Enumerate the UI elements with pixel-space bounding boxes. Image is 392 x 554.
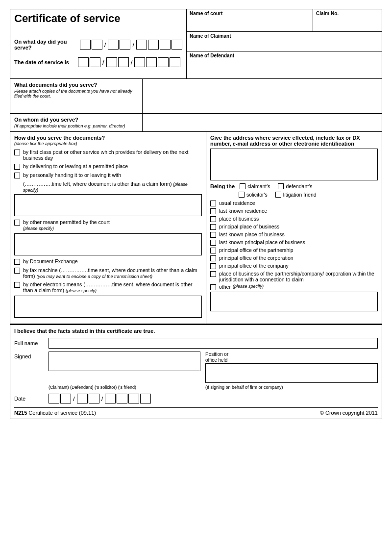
other-means-input[interactable] [14, 233, 202, 255]
electronic-input[interactable] [14, 296, 202, 318]
addr-principal-office-corporation[interactable]: principal office of the corporation [210, 255, 378, 261]
how-option-2[interactable]: by delivering to or leaving at a permitt… [14, 163, 202, 170]
whom-subtext: (If appropriate include their position e… [14, 124, 138, 128]
how-checkbox-electronic[interactable] [14, 282, 20, 288]
addr-cb-last-known-principal[interactable] [210, 240, 216, 246]
how-electronic[interactable]: by other electronic means (…………….time se… [14, 281, 202, 293]
how-checkbox-1[interactable] [14, 150, 20, 155]
claim-label: Claim No. [316, 11, 379, 16]
how-checkbox-2[interactable] [14, 164, 20, 170]
how-checkbox-doc-exchange[interactable] [14, 259, 20, 265]
slash-5: / [72, 395, 76, 403]
time-left-label: (…………….time left, where document is othe… [23, 181, 172, 187]
being-option-defendants[interactable]: defendant's [278, 183, 312, 189]
addr-principal-office-partnership[interactable]: principal office of the partnership [210, 247, 378, 253]
service-month-1[interactable] [106, 57, 117, 67]
addr-other[interactable]: other (please specify) [210, 284, 378, 290]
addr-cb-usual[interactable] [210, 201, 216, 206]
service-date-label: The date of service is [14, 59, 78, 65]
serve-month-2[interactable] [120, 40, 130, 50]
service-year-3[interactable] [158, 57, 169, 67]
service-year-4[interactable] [170, 57, 180, 67]
how-checkbox-fax[interactable] [14, 268, 20, 274]
date-day-1[interactable] [49, 394, 59, 403]
service-day-1[interactable] [78, 57, 89, 67]
how-option-1-label: by first class post or other service whi… [23, 149, 202, 161]
how-heading: How did you serve the documents? [14, 135, 202, 141]
date-year-3[interactable] [128, 394, 139, 403]
how-document-exchange[interactable]: by Document Exchange [14, 258, 202, 265]
serve-year-4[interactable] [172, 40, 182, 50]
how-option-1[interactable]: by first class post or other service whi… [14, 149, 202, 161]
how-fax[interactable]: by fax machine (…………….time sent, where d… [14, 267, 202, 279]
court-box: Name of court [187, 9, 313, 31]
signed-input[interactable] [49, 352, 200, 371]
being-option-litigation[interactable]: litigation friend [275, 192, 317, 198]
serve-date-fields: / / [80, 40, 182, 50]
being-label-solicitors: solicitor's [246, 192, 268, 198]
how-option-3[interactable]: by personally handing it to or leaving i… [14, 172, 202, 178]
slash-6: / [100, 395, 104, 403]
documents-input-area[interactable] [143, 79, 382, 113]
being-label-claimants: claimant's [247, 183, 270, 189]
addr-cb-last-known-biz[interactable] [210, 232, 216, 238]
service-year-1[interactable] [134, 57, 145, 67]
being-cb-litigation[interactable] [275, 192, 281, 198]
other-means-italic: (please specify) [23, 226, 54, 231]
position-input[interactable] [205, 363, 378, 383]
service-day-2[interactable] [90, 57, 100, 67]
being-cb-defendants[interactable] [278, 183, 284, 189]
position-block: Position or office held [205, 352, 378, 383]
addr-principal-office-company[interactable]: principal office of the company [210, 263, 378, 269]
addr-last-known-residence[interactable]: last known residence [210, 208, 378, 214]
addr-cb-company[interactable] [210, 263, 216, 269]
slash-1: / [103, 41, 107, 49]
whom-input-area[interactable] [143, 114, 382, 131]
addr-cb-other[interactable] [210, 284, 216, 290]
addr-principal-place-business[interactable]: principal place of business [210, 224, 378, 230]
being-cb-claimants[interactable] [240, 183, 245, 189]
date-year-2[interactable] [117, 394, 127, 403]
addr-place-of-business[interactable]: place of business [210, 216, 378, 222]
addr-cb-principal-place[interactable] [210, 224, 216, 230]
addr-cb-partnership[interactable] [210, 248, 216, 253]
how-checkbox-other-means[interactable] [14, 220, 20, 226]
service-year-2[interactable] [146, 57, 157, 67]
address-heading: Give the address where service effected,… [210, 135, 378, 147]
date-month-1[interactable] [77, 394, 88, 403]
date-day-2[interactable] [60, 394, 71, 403]
addr-last-known-principal[interactable]: last known principal place of business [210, 239, 378, 246]
addr-cb-place-business[interactable] [210, 216, 216, 222]
how-other-means[interactable]: by other means permitted by the court (p… [14, 219, 202, 231]
addr-label-corporation: principal office of the corporation [219, 255, 294, 261]
being-option-solicitors[interactable]: solicitor's [239, 192, 268, 198]
addr-cb-jurisdiction[interactable] [210, 271, 216, 277]
date-year-1[interactable] [105, 394, 116, 403]
service-month-2[interactable] [118, 57, 129, 67]
address-input[interactable] [210, 149, 378, 180]
serve-day-2[interactable] [92, 40, 102, 50]
being-option-claimants[interactable]: claimant's [240, 183, 270, 189]
other-specify-input[interactable] [210, 292, 378, 311]
serve-year-2[interactable] [148, 40, 159, 50]
addr-cb-corporation[interactable] [210, 255, 216, 261]
addr-label-last-known-principal: last known principal place of business [219, 239, 305, 245]
addr-last-known-place-business[interactable]: last known place of business [210, 231, 378, 238]
addr-cb-last-known-res[interactable] [210, 208, 216, 214]
serve-year-1[interactable] [136, 40, 147, 50]
addr-label-last-known-res: last known residence [219, 208, 267, 214]
how-checkbox-3[interactable] [14, 173, 20, 178]
addr-place-jurisdiction[interactable]: place of business of the partnership/com… [210, 271, 378, 282]
addr-usual-residence[interactable]: usual residence [210, 200, 378, 206]
being-cb-solicitors[interactable] [239, 192, 245, 198]
date-year-4[interactable] [140, 394, 151, 403]
time-left-input[interactable] [14, 194, 202, 216]
date-row: Date / / [14, 394, 378, 403]
serve-year-3[interactable] [160, 40, 171, 50]
serve-day-1[interactable] [80, 40, 91, 50]
belief-section: I believe that the facts stated in this … [10, 324, 382, 419]
serve-month-1[interactable] [108, 40, 119, 50]
date-month-2[interactable] [89, 394, 99, 403]
full-name-input[interactable] [49, 338, 378, 349]
addr-label-company: principal office of the company [219, 263, 289, 269]
